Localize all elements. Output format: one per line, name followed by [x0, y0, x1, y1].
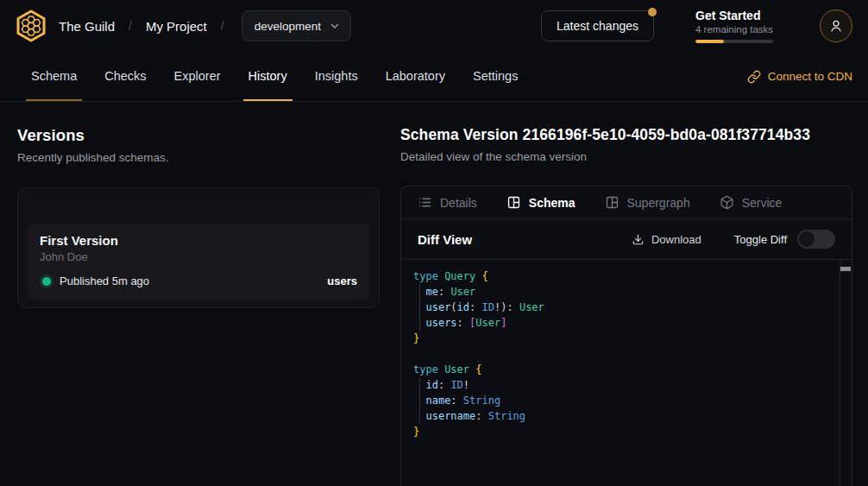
project-nav: Schema Checks Explorer History Insights …	[0, 52, 868, 102]
version-detail-subtitle: Detailed view of the schema version	[400, 150, 852, 163]
columns-icon	[506, 195, 521, 210]
code-line: user(id: ID!): User	[413, 300, 838, 315]
get-started-progress-track	[695, 40, 773, 43]
connect-to-cdn-link[interactable]: Connect to CDN	[747, 52, 852, 101]
connect-to-cdn-label: Connect to CDN	[768, 70, 852, 83]
breadcrumb-separator: /	[129, 19, 132, 33]
code-line: type User {	[413, 362, 838, 377]
detail-tab-schema[interactable]: Schema	[506, 195, 576, 210]
tab-checks[interactable]: Checks	[99, 52, 151, 101]
tab-history[interactable]: History	[243, 52, 292, 101]
version-author: John Doe	[40, 250, 357, 263]
code-line: }	[413, 424, 838, 439]
tab-settings[interactable]: Settings	[468, 52, 523, 101]
main-content: Versions Recently published schemas. Fir…	[0, 102, 868, 486]
columns-icon	[605, 195, 620, 210]
service-tag: users	[327, 275, 357, 287]
version-detail-box: Details Schema Supergraph	[400, 186, 852, 486]
version-list-item[interactable]: First Version John Doe Published 5m ago …	[28, 224, 369, 300]
toggle-knob	[799, 231, 815, 247]
get-started-widget[interactable]: Get Started 4 remaining tasks	[695, 9, 775, 43]
nav-tabs: Schema Checks Explorer History Insights …	[26, 52, 523, 101]
chevron-down-icon	[330, 21, 340, 31]
code-line: }	[413, 331, 838, 346]
code-line: me: User	[413, 284, 838, 300]
breadcrumb-separator: /	[221, 19, 224, 33]
notification-dot	[648, 8, 657, 16]
download-icon	[632, 233, 645, 246]
hive-logo-icon[interactable]	[14, 9, 48, 43]
version-detail-panel: Schema Version 2166196f-5e10-4059-bd0a-0…	[400, 126, 852, 486]
get-started-subtitle: 4 remaining tasks	[695, 24, 775, 35]
cube-icon	[720, 195, 734, 210]
detail-tabs: Details Schema Supergraph	[401, 186, 852, 219]
tab-insights[interactable]: Insights	[310, 52, 363, 101]
versions-panel: Versions Recently published schemas. Fir…	[17, 126, 380, 486]
link-icon	[747, 70, 761, 84]
toggle-diff-control: Toggle Diff	[734, 230, 835, 249]
list-icon	[418, 195, 432, 210]
download-button[interactable]: Download	[632, 233, 701, 246]
version-name: First Version	[40, 233, 357, 248]
code-line	[413, 346, 838, 362]
version-detail-title: Schema Version 2166196f-5e10-4059-bd0a-0…	[400, 126, 852, 144]
breadcrumb-org[interactable]: The Guild	[59, 19, 115, 34]
code-lines: type Query { me: User user(id: ID!): Use…	[413, 268, 838, 439]
toggle-diff-label: Toggle Diff	[734, 233, 787, 246]
user-avatar[interactable]	[820, 9, 852, 42]
indent-guide	[419, 377, 420, 424]
top-header: The Guild / My Project / development Lat…	[0, 0, 868, 52]
get-started-title: Get Started	[695, 9, 775, 22]
code-line: name: String	[413, 393, 838, 408]
download-label: Download	[651, 233, 701, 246]
code-line: id: ID!	[413, 377, 838, 393]
tab-laboratory[interactable]: Laboratory	[381, 52, 450, 101]
diff-toolbar: Diff View Download Toggle Diff	[401, 219, 852, 259]
detail-tab-details[interactable]: Details	[418, 195, 477, 210]
tab-schema[interactable]: Schema	[26, 52, 82, 101]
person-icon	[828, 18, 844, 34]
scrollbar-thumb[interactable]	[840, 267, 851, 271]
versions-list-card: First Version John Doe Published 5m ago …	[17, 187, 380, 308]
toggle-diff-switch[interactable]	[797, 230, 835, 249]
code-line: type Query {	[413, 268, 838, 284]
indent-guide	[419, 284, 420, 331]
code-line: users: [User]	[413, 315, 838, 331]
detail-tab-supergraph[interactable]: Supergraph	[605, 195, 690, 210]
latest-changes-button[interactable]: Latest changes	[541, 10, 654, 41]
diff-view-title: Diff View	[418, 232, 472, 247]
breadcrumb: The Guild / My Project /	[59, 19, 224, 34]
version-status-row: Published 5m ago users	[40, 275, 357, 287]
target-dropdown-value: development	[255, 20, 321, 33]
versions-subtitle: Recently published schemas.	[17, 151, 380, 164]
breadcrumb-project[interactable]: My Project	[146, 19, 207, 34]
code-line: username: String	[413, 408, 838, 424]
tab-explorer[interactable]: Explorer	[169, 52, 226, 101]
vertical-scrollbar[interactable]	[840, 260, 852, 486]
published-status-dot	[42, 277, 51, 286]
target-dropdown[interactable]: development	[242, 10, 351, 41]
latest-changes-label: Latest changes	[557, 19, 638, 33]
versions-title: Versions	[17, 126, 380, 145]
schema-code-viewer[interactable]: type Query { me: User user(id: ID!): Use…	[401, 259, 852, 486]
get-started-progress-fill	[695, 40, 724, 43]
detail-tab-service[interactable]: Service	[720, 195, 783, 210]
version-status-text: Published 5m ago	[60, 275, 149, 287]
